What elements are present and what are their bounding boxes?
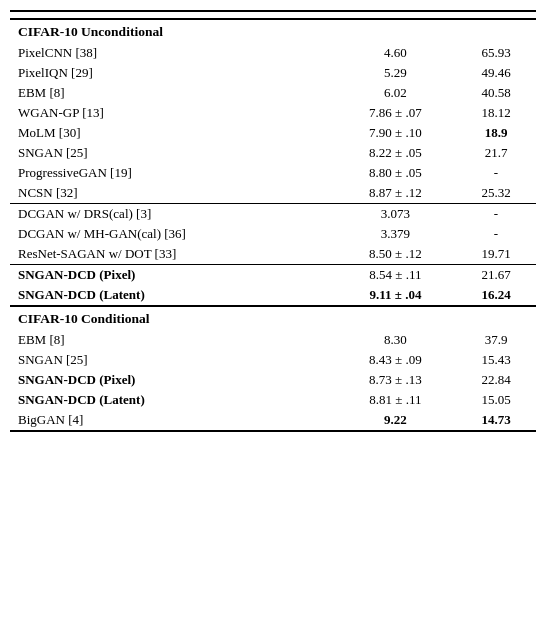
cell-inception: 8.73 ± .13 xyxy=(335,370,456,390)
cell-model: PixelCNN [38] xyxy=(10,43,335,63)
cell-inception: 8.81 ± .11 xyxy=(335,390,456,410)
cell-fid: 18.12 xyxy=(456,103,536,123)
table-row: DCGAN w/ DRS(cal) [3]3.073- xyxy=(10,204,536,224)
table-row: ResNet-SAGAN w/ DOT [33]8.50 ± .1219.71 xyxy=(10,244,536,265)
table-row: NCSN [32]8.87 ± .1225.32 xyxy=(10,183,536,204)
cell-model: BigGAN [4] xyxy=(10,410,335,431)
cell-inception: 4.60 xyxy=(335,43,456,63)
cell-model: EBM [8] xyxy=(10,83,335,103)
table-row: WGAN-GP [13]7.86 ± .0718.12 xyxy=(10,103,536,123)
cell-fid: 18.9 xyxy=(456,123,536,143)
table-row: PixelCNN [38]4.6065.93 xyxy=(10,43,536,63)
cell-fid: 49.46 xyxy=(456,63,536,83)
table-row: EBM [8]8.3037.9 xyxy=(10,330,536,350)
cell-fid: - xyxy=(456,224,536,244)
cell-model: DCGAN w/ MH-GAN(cal) [36] xyxy=(10,224,335,244)
cell-model: SNGAN-DCD (Pixel) xyxy=(10,370,335,390)
cell-fid: 19.71 xyxy=(456,244,536,265)
cell-inception: 8.80 ± .05 xyxy=(335,163,456,183)
table-row: BigGAN [4]9.2214.73 xyxy=(10,410,536,431)
cell-inception: 8.87 ± .12 xyxy=(335,183,456,204)
cell-inception: 8.50 ± .12 xyxy=(335,244,456,265)
table-row: SNGAN [25]8.22 ± .0521.7 xyxy=(10,143,536,163)
cell-inception: 8.54 ± .11 xyxy=(335,265,456,285)
cell-model: DCGAN w/ DRS(cal) [3] xyxy=(10,204,335,224)
cell-fid: 65.93 xyxy=(456,43,536,63)
cell-fid: 15.05 xyxy=(456,390,536,410)
cell-fid: - xyxy=(456,163,536,183)
header-model xyxy=(10,11,335,19)
cell-inception: 9.22 xyxy=(335,410,456,431)
cell-fid: 15.43 xyxy=(456,350,536,370)
cell-inception: 7.90 ± .10 xyxy=(335,123,456,143)
cell-fid: 16.24 xyxy=(456,285,536,306)
cell-fid: 21.67 xyxy=(456,265,536,285)
cell-inception: 8.30 xyxy=(335,330,456,350)
cell-inception: 5.29 xyxy=(335,63,456,83)
cell-model: EBM [8] xyxy=(10,330,335,350)
cell-model: ResNet-SAGAN w/ DOT [33] xyxy=(10,244,335,265)
table-row: EBM [8]6.0240.58 xyxy=(10,83,536,103)
table-row: SNGAN [25]8.43 ± .0915.43 xyxy=(10,350,536,370)
cell-fid: 40.58 xyxy=(456,83,536,103)
cell-model: SNGAN [25] xyxy=(10,143,335,163)
table-row: SNGAN-DCD (Latent)8.81 ± .1115.05 xyxy=(10,390,536,410)
cell-model: SNGAN-DCD (Latent) xyxy=(10,390,335,410)
cell-model: ProgressiveGAN [19] xyxy=(10,163,335,183)
section-header: CIFAR-10 Conditional xyxy=(10,306,536,330)
header-inception xyxy=(335,11,456,19)
table-row: PixelIQN [29]5.2949.46 xyxy=(10,63,536,83)
cell-fid: 25.32 xyxy=(456,183,536,204)
header-fid xyxy=(456,11,536,19)
cell-inception: 3.379 xyxy=(335,224,456,244)
cell-inception: 7.86 ± .07 xyxy=(335,103,456,123)
cell-fid: 37.9 xyxy=(456,330,536,350)
table-row: SNGAN-DCD (Pixel)8.54 ± .1121.67 xyxy=(10,265,536,285)
cell-inception: 3.073 xyxy=(335,204,456,224)
cell-model: SNGAN-DCD (Latent) xyxy=(10,285,335,306)
cell-model: NCSN [32] xyxy=(10,183,335,204)
cell-inception: 9.11 ± .04 xyxy=(335,285,456,306)
section-header: CIFAR-10 Unconditional xyxy=(10,19,536,43)
cell-inception: 6.02 xyxy=(335,83,456,103)
table-row: MoLM [30]7.90 ± .1018.9 xyxy=(10,123,536,143)
table-row: ProgressiveGAN [19]8.80 ± .05- xyxy=(10,163,536,183)
table-row: SNGAN-DCD (Pixel)8.73 ± .1322.84 xyxy=(10,370,536,390)
cell-model: SNGAN [25] xyxy=(10,350,335,370)
cell-model: PixelIQN [29] xyxy=(10,63,335,83)
table-row: DCGAN w/ MH-GAN(cal) [36]3.379- xyxy=(10,224,536,244)
cell-fid: 22.84 xyxy=(456,370,536,390)
cell-inception: 8.22 ± .05 xyxy=(335,143,456,163)
cell-model: WGAN-GP [13] xyxy=(10,103,335,123)
cell-model: MoLM [30] xyxy=(10,123,335,143)
cell-fid: - xyxy=(456,204,536,224)
cell-fid: 21.7 xyxy=(456,143,536,163)
table-row: SNGAN-DCD (Latent)9.11 ± .0416.24 xyxy=(10,285,536,306)
cell-model: SNGAN-DCD (Pixel) xyxy=(10,265,335,285)
cell-fid: 14.73 xyxy=(456,410,536,431)
cell-inception: 8.43 ± .09 xyxy=(335,350,456,370)
